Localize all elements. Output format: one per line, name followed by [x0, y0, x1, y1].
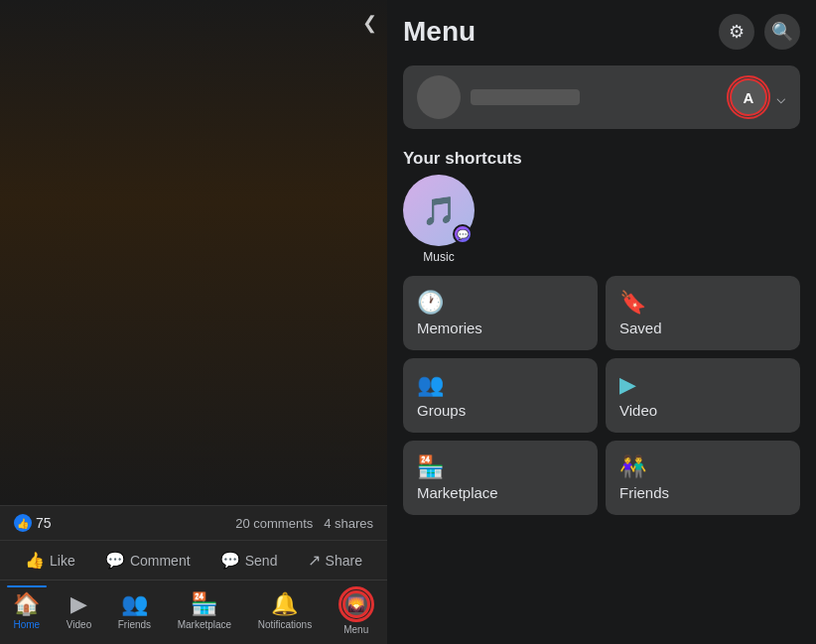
avatar-red-ring: A [727, 75, 770, 119]
video-nav-label: Video [67, 619, 91, 630]
send-button[interactable]: 💬 Send [212, 547, 286, 574]
menu-item-friends[interactable]: 👫 Friends [606, 441, 800, 515]
profile-card[interactable]: A ⌵ [403, 65, 800, 129]
friends-grid-icon: 👫 [619, 454, 786, 480]
send-label: Send [245, 553, 278, 569]
notifications-nav-label: Notifications [258, 619, 312, 630]
menu-avatar: 🌄 [342, 590, 370, 618]
profile-right-section: A ⌵ [727, 75, 786, 119]
friends-nav-icon: 👥 [121, 591, 148, 617]
music-label: Music [423, 250, 454, 264]
saved-icon: 🔖 [619, 290, 786, 316]
menu-header: Menu ⚙ 🔍 [387, 0, 816, 58]
home-icon: 🏠 [13, 591, 40, 617]
groups-icon: 👥 [417, 372, 584, 398]
saved-label: Saved [619, 320, 786, 336]
memories-icon: 🕐 [417, 290, 584, 316]
marketplace-label: Marketplace [417, 484, 584, 501]
memories-label: Memories [417, 320, 584, 336]
share-icon: ↗ [308, 551, 321, 570]
menu-item-saved[interactable]: 🔖 Saved [606, 276, 800, 350]
send-icon: 💬 [220, 551, 240, 570]
friends-nav-label: Friends [118, 619, 151, 630]
chevron-down-icon: ⌵ [776, 88, 786, 107]
shortcuts-label: Your shortcuts [387, 137, 816, 175]
like-label: Like [50, 553, 75, 569]
groups-label: Groups [417, 402, 584, 419]
right-panel: Menu ⚙ 🔍 A ⌵ Your shortcuts [387, 0, 816, 644]
bottom-navigation: 🏠 Home ▶ Video 👥 Friends 🏪 Marketplace 🔔… [0, 580, 387, 644]
search-button[interactable]: 🔍 [764, 14, 800, 50]
chevron-left-icon[interactable]: ❮ [362, 12, 377, 34]
messenger-badge: 💬 [453, 224, 473, 244]
avatar [417, 75, 461, 119]
share-label: Share [326, 553, 362, 569]
active-bar [7, 585, 47, 587]
like-button[interactable]: 👍 Like [17, 547, 83, 574]
video-nav-icon: ▶ [70, 591, 87, 617]
comment-label: Comment [130, 553, 191, 569]
gear-icon: ⚙ [729, 21, 745, 43]
menu-item-groups[interactable]: 👥 Groups [403, 358, 598, 433]
like-action-icon: 👍 [25, 551, 45, 570]
nav-video[interactable]: ▶ Video [61, 591, 97, 630]
nav-menu[interactable]: 🌄 Menu [333, 586, 380, 635]
header-icons: ⚙ 🔍 [719, 14, 800, 50]
home-label: Home [13, 619, 40, 630]
marketplace-icon: 🏪 [417, 454, 584, 480]
video-grid-icon: ▶ [619, 372, 786, 398]
post-stats-bar: 👍 75 20 comments 4 shares [0, 505, 387, 540]
marketplace-nav-icon: 🏪 [191, 591, 217, 617]
like-icon: 👍 [14, 514, 32, 532]
menu-nav-label: Menu [343, 624, 368, 635]
like-number: 75 [36, 515, 52, 531]
menu-grid: 🕐 Memories 🔖 Saved 👥 Groups ▶ Video 🏪 Ma… [387, 276, 816, 531]
menu-item-video[interactable]: ▶ Video [606, 358, 800, 433]
user-avatar-a: A [730, 78, 767, 116]
search-icon: 🔍 [771, 21, 793, 43]
post-meta: 20 comments 4 shares [235, 516, 373, 531]
marketplace-nav-label: Marketplace [178, 619, 231, 630]
menu-item-marketplace[interactable]: 🏪 Marketplace [403, 441, 598, 515]
settings-button[interactable]: ⚙ [719, 14, 754, 50]
video-background [0, 0, 387, 505]
share-button[interactable]: ↗ Share [300, 547, 370, 574]
nav-friends[interactable]: 👥 Friends [112, 591, 157, 630]
friends-grid-label: Friends [619, 484, 786, 501]
music-shortcut-icon: 🎵 💬 [403, 175, 475, 246]
menu-title: Menu [403, 16, 476, 48]
menu-item-memories[interactable]: 🕐 Memories [403, 276, 598, 350]
comment-button[interactable]: 💬 Comment [97, 547, 199, 574]
profile-info [417, 75, 580, 119]
nav-notifications[interactable]: 🔔 Notifications [252, 591, 318, 630]
shortcut-music[interactable]: 🎵 💬 Music [403, 175, 475, 264]
shortcuts-row: 🎵 💬 Music [387, 175, 816, 276]
notifications-nav-icon: 🔔 [271, 591, 298, 617]
post-actions-bar: 👍 Like 💬 Comment 💬 Send ↗ Share [0, 540, 387, 580]
like-count: 👍 75 [14, 514, 52, 532]
left-panel: ❮ 👍 75 20 comments 4 shares 👍 Like 💬 Com… [0, 0, 387, 644]
profile-name-placeholder [471, 89, 580, 105]
video-grid-label: Video [619, 402, 786, 419]
nav-home[interactable]: 🏠 Home [7, 591, 46, 630]
comment-icon: 💬 [105, 551, 125, 570]
video-content: ❮ [0, 0, 387, 505]
menu-avatar-ring: 🌄 [339, 586, 374, 622]
nav-marketplace[interactable]: 🏪 Marketplace [172, 591, 237, 630]
